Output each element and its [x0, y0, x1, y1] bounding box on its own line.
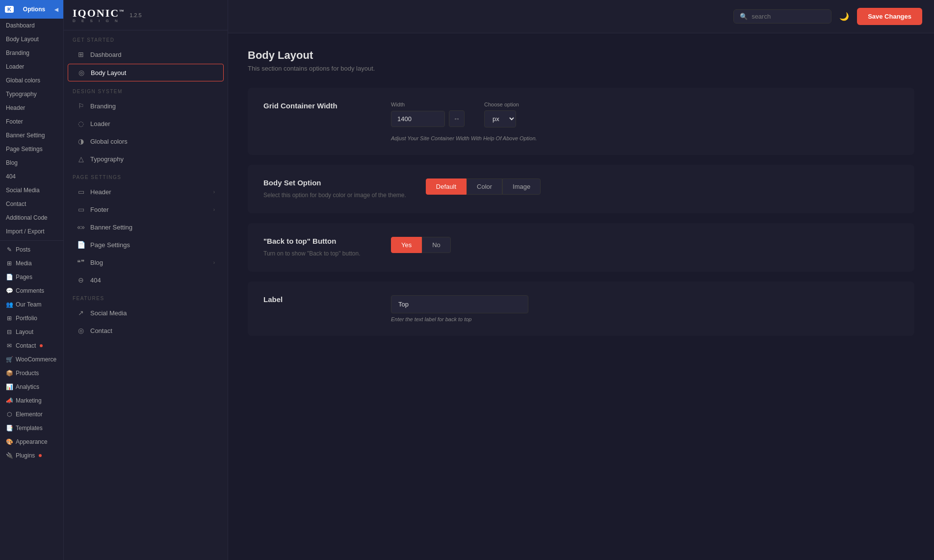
nav-item-loader[interactable]: Loader [0, 60, 63, 74]
nav-item-plugins[interactable]: 🔌Plugins [0, 449, 63, 462]
settings-label-col-label: Label [263, 295, 371, 307]
menu-item-global-colors[interactable]: ◑ Global colors [68, 133, 224, 150]
nav-item-social-media[interactable]: Social Media [0, 183, 63, 197]
toggle-btn-default[interactable]: Default [426, 178, 467, 195]
nav-item-blog[interactable]: Blog [0, 156, 63, 170]
nav-item-templates[interactable]: 📑Templates [0, 421, 63, 435]
menu-item-404[interactable]: ⊖ 404 [68, 272, 224, 288]
width-label: Width [391, 102, 465, 107]
menu-item-dashboard[interactable]: ⊞ Dashboard [68, 46, 224, 63]
search-bar[interactable]: 🔍 [733, 9, 831, 24]
label-section: Label Enter the text label for back to t… [248, 281, 914, 336]
label-control-col: Enter the text label for back to top [391, 295, 899, 322]
nav-item-our-team[interactable]: 👥Our Team [0, 298, 63, 311]
nav-item-posts[interactable]: ✎Posts [0, 243, 63, 256]
nav-item-header[interactable]: Header [0, 101, 63, 115]
toggle-btn-color[interactable]: Color [467, 178, 502, 195]
section-label-page-settings: PAGE SETTINGS [64, 168, 228, 183]
width-input[interactable] [391, 111, 445, 127]
nav-item-analytics[interactable]: 📊Analytics [0, 380, 63, 394]
menu-item-typography[interactable]: △ Typography [68, 151, 224, 167]
unit-select[interactable]: px % em [484, 110, 516, 127]
menu-item-body-layout[interactable]: ◎ Body Layout [68, 64, 224, 81]
section-desc-back-to-top: Turn on to show "Back to top" button. [263, 249, 371, 258]
brand-header: IQONIC™ D E S I G N 1.2.5 [64, 0, 228, 30]
nav-item-body-layout[interactable]: Body Layout [0, 32, 63, 46]
menu-item-blog[interactable]: ❝❞ Blog › [68, 254, 224, 271]
branding-menu-icon: ⚐ [77, 102, 85, 110]
loader-menu-icon: ◌ [77, 120, 85, 127]
width-row: ↔ [391, 110, 465, 127]
nav-item-media[interactable]: ⊞Media [0, 256, 63, 270]
section-title-body-set: Body Set Option [263, 178, 406, 187]
nav-item-global-colors[interactable]: Global colors [0, 74, 63, 87]
save-changes-button[interactable]: Save Changes [857, 8, 922, 25]
menu-item-label: 404 [90, 277, 101, 284]
toggle-btn-image[interactable]: Image [502, 178, 541, 195]
nav-item-marketing[interactable]: 📣Marketing [0, 394, 63, 407]
comments-icon: 💬 [6, 287, 13, 294]
content-area: Body Layout This section contains option… [228, 33, 934, 560]
middle-panel: IQONIC™ D E S I G N 1.2.5 GET STARTED ⊞ … [64, 0, 228, 560]
nav-item-elementor[interactable]: ⬡Elementor [0, 407, 63, 421]
menu-item-banner-setting[interactable]: «» Banner Setting [68, 219, 224, 235]
nav-divider [0, 240, 63, 241]
wp-nav-list: ✎Posts ⊞Media 📄Pages 💬Comments 👥Our Team… [0, 243, 63, 462]
menu-item-label: Branding [90, 102, 116, 110]
nav-item-import-export[interactable]: Import / Export [0, 225, 63, 238]
nav-item-comments[interactable]: 💬Comments [0, 284, 63, 298]
menu-item-contact-features[interactable]: ◎ Contact [68, 322, 224, 339]
banner-setting-menu-icon: «» [77, 223, 85, 231]
section-label-features: FEATURES [64, 289, 228, 304]
nav-item-banner-setting[interactable]: Banner Setting [0, 128, 63, 142]
page-settings-menu-icon: 📄 [77, 241, 85, 249]
grid-control-col: Width ↔ Choose option px % em [391, 102, 899, 141]
menu-item-footer[interactable]: ▭ Footer › [68, 201, 224, 218]
plugins-badge [39, 454, 42, 457]
nav-item-footer[interactable]: Footer [0, 115, 63, 128]
brand-sub: D E S I G N [73, 19, 125, 23]
main-header: 🔍 🌙 Save Changes [228, 0, 934, 33]
menu-item-label: Global colors [90, 138, 128, 145]
back-to-top-toggle-group: Yes No [391, 237, 899, 253]
nav-item-portfolio[interactable]: ⊞Portfolio [0, 311, 63, 325]
pages-icon: 📄 [6, 274, 13, 280]
menu-item-page-settings[interactable]: 📄 Page Settings [68, 236, 224, 253]
nav-item-dashboard[interactable]: Dashboard [0, 19, 63, 32]
toggle-btn-yes[interactable]: Yes [391, 237, 422, 253]
grid-container-width-section: Grid Container Width Width ↔ Choose opti… [248, 88, 914, 155]
label-input[interactable] [391, 295, 528, 313]
nav-item-appearance[interactable]: 🎨Appearance [0, 435, 63, 449]
menu-item-header[interactable]: ▭ Header › [68, 183, 224, 200]
nav-item-typography[interactable]: Typography [0, 87, 63, 101]
nav-item-woocommerce[interactable]: 🛒WooCommerce [0, 353, 63, 366]
nav-item-additional-code[interactable]: Additional Code [0, 211, 63, 225]
section-title-label: Label [263, 295, 371, 304]
nav-item-products[interactable]: 📦Products [0, 366, 63, 380]
body-set-option-section: Body Set Option Select this option for b… [248, 165, 914, 213]
menu-item-social-media[interactable]: ↗ Social Media [68, 305, 224, 321]
menu-item-label: Page Settings [90, 241, 130, 249]
contact-icon: ✉ [6, 342, 13, 349]
width-arrows-btn[interactable]: ↔ [449, 110, 465, 127]
nav-item-404[interactable]: 404 [0, 170, 63, 183]
nav-item-pages[interactable]: 📄Pages [0, 270, 63, 284]
menu-item-loader[interactable]: ◌ Loader [68, 115, 224, 132]
menu-item-branding[interactable]: ⚐ Branding [68, 98, 224, 114]
nav-top-bar[interactable]: K Options ◀ [0, 0, 63, 19]
nav-item-contact[interactable]: Contact [0, 197, 63, 211]
search-input[interactable] [752, 13, 825, 20]
nav-item-layout[interactable]: ⊟Layout [0, 325, 63, 339]
dark-mode-icon[interactable]: 🌙 [839, 12, 849, 21]
analytics-icon: 📊 [6, 383, 13, 390]
toggle-btn-no[interactable]: No [422, 237, 451, 253]
menu-item-label: Blog [90, 259, 103, 266]
nav-item-page-settings[interactable]: Page Settings [0, 142, 63, 156]
nav-item-contact-wp[interactable]: ✉Contact [0, 339, 63, 353]
nav-item-branding[interactable]: Branding [0, 46, 63, 60]
section-label-design-system: DESIGN SYSTEM [64, 82, 228, 97]
brand-version: 1.2.5 [130, 12, 141, 18]
k-badge: K [5, 6, 14, 13]
menu-item-label: Dashboard [90, 51, 122, 58]
404-menu-icon: ⊖ [77, 276, 85, 284]
